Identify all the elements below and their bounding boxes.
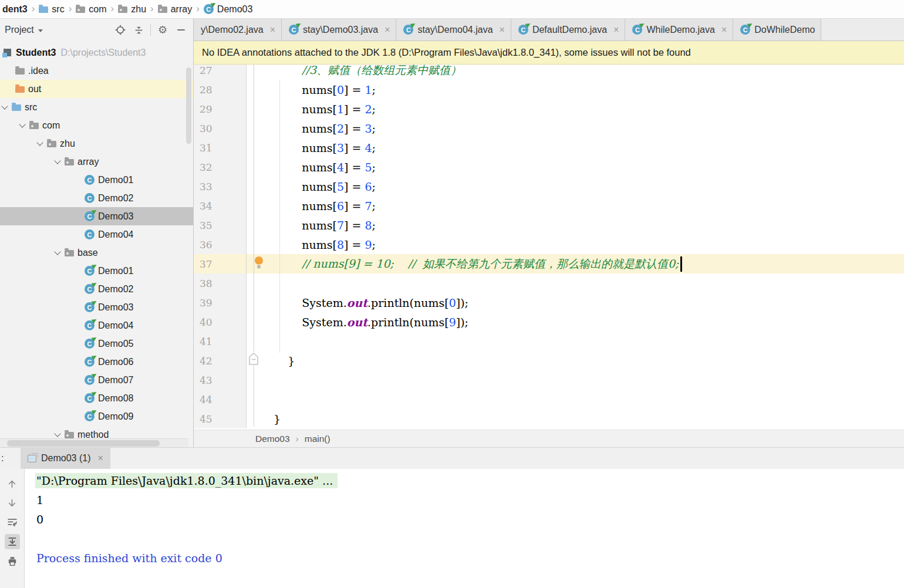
code-line-41[interactable]: 41	[194, 332, 904, 351]
code-line-29[interactable]: 29 nums[1] = 2;	[194, 99, 904, 119]
run-tab-demo03[interactable]: Demo03 (1) ×	[21, 448, 110, 469]
header-row: Project ⚙	[0, 19, 904, 41]
tree-item-demo08[interactable]: CDemo08	[0, 389, 193, 407]
chevron-down-icon[interactable]	[19, 121, 25, 127]
code-line-38[interactable]: 38	[194, 273, 904, 293]
chevron-down-icon[interactable]	[54, 157, 60, 164]
indent-guide	[279, 80, 280, 353]
tree-item-array[interactable]: array	[0, 153, 193, 171]
tree-item-demo03[interactable]: CDemo03	[0, 207, 193, 225]
chevron-down-icon[interactable]	[54, 430, 60, 437]
code-line-42[interactable]: 42 }	[194, 351, 904, 370]
gutter	[247, 332, 270, 351]
tree-item-zhu[interactable]: zhu	[0, 134, 193, 153]
class-run-icon: C	[85, 339, 95, 349]
tree-item-demo06[interactable]: CDemo06	[0, 353, 193, 371]
close-icon[interactable]: ×	[270, 25, 275, 35]
close-icon[interactable]: ×	[500, 25, 505, 35]
code-line-33[interactable]: 33 nums[5] = 6;	[194, 177, 904, 196]
project-horizontal-scrollbar[interactable]	[0, 438, 188, 447]
tree-item-demo03[interactable]: CDemo03	[0, 298, 193, 316]
tree-item-demo01[interactable]: CDemo01	[0, 171, 193, 189]
project-vertical-scrollbar[interactable]	[186, 67, 191, 144]
editor-tab-stay-demo03-java[interactable]: Cstay\Demo03.java×	[282, 19, 396, 40]
code-line-39[interactable]: 39 System.out.println(nums[0]);	[194, 293, 904, 312]
breadcrumb-item-demo03[interactable]: CDemo03	[203, 4, 254, 15]
breadcrumb-item-src[interactable]: src	[38, 4, 65, 15]
tree-item-demo04[interactable]: CDemo04	[0, 225, 193, 244]
code-line-43[interactable]: 43	[194, 370, 904, 390]
tree-item-demo05[interactable]: CDemo05	[0, 334, 193, 353]
close-icon[interactable]: ×	[613, 25, 619, 35]
editor-tab-dowhiledemo[interactable]: CDoWhileDemo	[733, 19, 821, 40]
tree-item-out[interactable]: out	[0, 80, 193, 98]
gutter	[247, 99, 270, 119]
breadcrumb-item-com[interactable]: com	[75, 4, 107, 15]
scroll-down-button[interactable]	[5, 495, 20, 511]
tree-item-com[interactable]: com	[0, 116, 193, 134]
tree-item-student3[interactable]: Student3D:\projects\Student3	[0, 43, 193, 62]
chevron-down-icon[interactable]	[36, 139, 43, 146]
class-run-icon: C	[85, 266, 95, 276]
code-line-44[interactable]: 44	[194, 390, 904, 409]
chevron-down-icon[interactable]	[1, 103, 8, 109]
scrollbar-thumb[interactable]	[7, 440, 160, 447]
close-icon[interactable]: ×	[97, 453, 103, 464]
editor-tab-stay-demo04-java[interactable]: Cstay\Demo04.java×	[396, 19, 511, 40]
locate-file-button[interactable]	[114, 23, 127, 36]
code-line-40[interactable]: 40 System.out.println(nums[9]);	[194, 312, 904, 332]
tree-item-base[interactable]: base	[0, 244, 193, 262]
class-icon: C	[85, 193, 95, 203]
editor-tab-defaultdemo-java[interactable]: CDefaultDemo.java×	[511, 19, 626, 40]
fold-marker-icon[interactable]	[247, 352, 260, 366]
code-line-36[interactable]: 36 nums[8] = 9;	[194, 235, 904, 254]
folder-blue-icon	[12, 104, 21, 111]
breadcrumb-item-array[interactable]: array	[157, 4, 193, 15]
settings-button[interactable]: ⚙	[156, 23, 169, 36]
project-panel-title[interactable]: Project	[5, 25, 34, 35]
tree-item-demo09[interactable]: CDemo09	[0, 407, 193, 425]
code-line-34[interactable]: 34 nums[6] = 7;	[194, 196, 904, 215]
breadcrumb-class[interactable]: Demo03	[255, 434, 290, 444]
lightbulb-icon[interactable]	[254, 256, 264, 270]
code-line-30[interactable]: 30 nums[2] = 3;	[194, 119, 904, 138]
code-line-28[interactable]: 28 nums[0] = 1;	[194, 80, 904, 99]
close-icon[interactable]: ×	[384, 25, 390, 35]
code-line-31[interactable]: 31 nums[3] = 4;	[194, 138, 904, 157]
run-overlay-icon	[91, 371, 97, 378]
breadcrumb-item-dent3[interactable]: dent3	[1, 4, 29, 15]
folder-blue-icon	[39, 6, 48, 13]
breadcrumb-item-zhu[interactable]: zhu	[117, 4, 147, 15]
editor-tab-y-demo02-java[interactable]: y\Demo02.java×	[194, 19, 282, 40]
code-line-37[interactable]: 37 // nums[9] = 10; // 如果不给第九个元素赋值，那么输出的…	[194, 254, 904, 273]
tree-item-demo07[interactable]: CDemo07	[0, 371, 193, 389]
close-icon[interactable]: ×	[721, 25, 727, 35]
tree-item-demo04[interactable]: CDemo04	[0, 316, 193, 334]
scroll-to-end-button[interactable]	[5, 534, 20, 549]
printer-icon	[7, 556, 18, 566]
tree-item-idea[interactable]: .idea	[0, 62, 193, 80]
chevron-down-icon[interactable]	[54, 248, 60, 255]
console-output[interactable]: "D:\Program Files\Java\jdk1.8.0_341\bin\…	[25, 469, 904, 588]
tree-item-demo01[interactable]: CDemo01	[0, 262, 193, 280]
soft-wrap-button[interactable]	[5, 515, 20, 530]
breadcrumb-method[interactable]: main()	[305, 434, 330, 444]
editor-tab-whiledemo-java[interactable]: CWhileDemo.java×	[625, 19, 733, 40]
arrow-down-icon	[7, 498, 17, 508]
print-button[interactable]	[5, 553, 20, 569]
class-run-icon: C	[85, 320, 95, 330]
tree-item-demo02[interactable]: CDemo02	[0, 189, 193, 207]
collapse-all-button[interactable]	[132, 23, 145, 36]
class-run-icon: C	[85, 411, 95, 421]
run-overlay-icon	[91, 408, 97, 414]
code-editor[interactable]: 27 //3、赋值（给数组元素中赋值）28 nums[0] = 1;29 num…	[194, 65, 904, 430]
fold-range-line	[254, 365, 254, 427]
code-line-45[interactable]: 45}	[194, 409, 904, 428]
code-line-27[interactable]: 27 //3、赋值（给数组元素中赋值）	[194, 65, 904, 80]
tree-item-src[interactable]: src	[0, 98, 193, 116]
scroll-up-button[interactable]	[5, 476, 20, 491]
code-line-32[interactable]: 32 nums[4] = 5;	[194, 157, 904, 177]
code-line-35[interactable]: 35 nums[7] = 8;	[194, 215, 904, 235]
tree-item-demo02[interactable]: CDemo02	[0, 280, 193, 298]
hide-panel-button[interactable]	[174, 23, 187, 36]
